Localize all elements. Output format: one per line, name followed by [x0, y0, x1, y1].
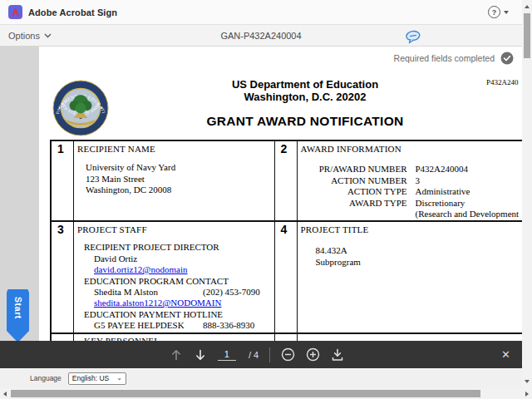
app-header: Adobe Acrobat Sign ?: [0, 0, 522, 25]
vertical-scrollbar-thumb[interactable]: [524, 13, 530, 58]
page-total-label: / 4: [249, 350, 259, 360]
staff-email-link[interactable]: shedita.alston1212@NODOMAIN: [94, 298, 274, 308]
staff-phone: (202) 453-7090: [203, 287, 260, 298]
scroll-right-arrow[interactable]: [522, 388, 532, 399]
table-row: 3 PROJECT STAFF RECIPIENT PROJECT DIRECT…: [52, 222, 522, 334]
language-selected-value: English: US: [72, 374, 109, 382]
field-label: AWARD TYPE: [304, 198, 407, 209]
chevron-down-icon: [504, 11, 509, 14]
staff-group: EDUCATION PAYMENT HOTLINE G5 PAYEE HELPD…: [84, 309, 274, 332]
document-title-text: GRANT AWARD NOTIFICATION: [89, 114, 521, 129]
acrobat-sign-window: Adobe Acrobat Sign ? Options GAN-P432A24…: [0, 0, 532, 399]
horizontal-scrollbar-thumb[interactable]: [11, 390, 480, 397]
start-tab-button[interactable]: Start: [7, 289, 29, 341]
field-label: ACTION NUMBER: [304, 175, 407, 186]
app-title: Adobe Acrobat Sign: [28, 7, 117, 17]
next-page-button[interactable]: [194, 348, 207, 362]
recipient-line: Washington, DC 20008: [86, 185, 274, 195]
staff-group: RECIPIENT PROJECT DIRECTOR David Ortiz d…: [84, 242, 274, 275]
department-address: Washington, D.C. 20202: [89, 91, 521, 103]
staff-group: EDUCATION PROGRAM CONTACT Shedita M Alst…: [84, 276, 274, 309]
zoom-in-button[interactable]: [306, 347, 320, 362]
document-viewport[interactable]: Required fields completed DEPARTMENT OF …: [0, 47, 522, 341]
staff-name: G5 PAYEE HELPDESK: [94, 320, 203, 331]
page-number-input[interactable]: 1: [218, 349, 236, 361]
close-toolbar-button[interactable]: ✕: [501, 341, 510, 368]
box3-title: PROJECT STAFF: [74, 222, 274, 235]
language-label: Language: [30, 374, 62, 382]
box3-number: 3: [52, 222, 74, 332]
staff-email-link[interactable]: obssed1212@NODOMAIN: [94, 332, 274, 332]
table-row: KEY PERSONNEL: [52, 334, 522, 341]
field-value: 3: [416, 175, 421, 186]
box4-title: PROJECT TITLE: [298, 222, 523, 235]
chevron-down-icon: ⌄: [116, 375, 122, 382]
field-value: Administrative: [416, 186, 470, 197]
next-section-title: KEY PERSONNEL: [74, 334, 274, 341]
horizontal-scrollbar[interactable]: [0, 388, 532, 399]
box1-recipient-name: RECIPIENT NAME University of Navy Yard 1…: [74, 141, 275, 220]
staff-heading: EDUCATION PAYMENT HOTLINE: [84, 309, 274, 320]
status-text: Required fields completed: [394, 53, 495, 63]
box4-project-title: PROJECT TITLE 84.432A Subprogram: [298, 222, 523, 332]
box1-title: RECIPIENT NAME: [74, 141, 274, 155]
project-line: 84.432A: [316, 245, 523, 256]
recipient-line: University of Navy Yard: [86, 162, 274, 173]
box2-award-information: AWARD INFORMATION PR/AWARD NUMBERP432A24…: [298, 141, 523, 220]
box1-number: 1: [52, 141, 74, 220]
table-row: 1 RECIPIENT NAME University of Navy Yard…: [52, 141, 522, 222]
previous-page-button[interactable]: [170, 348, 183, 362]
adobe-acrobat-logo-icon: [8, 5, 22, 19]
start-tab-label: Start: [13, 297, 23, 341]
staff-heading: RECIPIENT PROJECT DIRECTOR: [84, 242, 274, 253]
staff-email-link[interactable]: david.ortiz12@nodomain: [94, 264, 274, 275]
project-line: Subprogram: [316, 257, 523, 268]
comment-bubble-icon[interactable]: [405, 30, 421, 47]
field-label: [304, 209, 407, 219]
box3-project-staff: PROJECT STAFF RECIPIENT PROJECT DIRECTOR…: [74, 222, 275, 332]
field-value: P432A240004: [416, 164, 469, 175]
scroll-down-arrow[interactable]: [522, 377, 532, 387]
box2-number: 2: [275, 141, 298, 220]
download-button[interactable]: [331, 348, 344, 362]
box2-title: AWARD INFORMATION: [298, 141, 523, 155]
document-title: GAN-P432A240004: [0, 25, 522, 46]
department-name: US Department of Education: [89, 78, 521, 91]
staff-phone: 888-336-8930: [203, 320, 254, 331]
help-icon[interactable]: ?: [488, 6, 500, 18]
staff-name: Shedita M Alston: [94, 287, 203, 298]
field-label: PR/AWARD NUMBER: [304, 164, 407, 175]
staff-name: David Ortiz: [94, 254, 203, 264]
field-label: ACTION TYPE: [304, 186, 407, 197]
pdf-page: DEPARTMENT OF EDUCATION UNITED STATES OF…: [39, 47, 522, 341]
scroll-up-arrow[interactable]: [522, 2, 532, 12]
recipient-line: 123 Main Street: [86, 174, 274, 185]
check-circle-icon: [500, 52, 514, 65]
vertical-scrollbar[interactable]: [522, 0, 532, 388]
document-heading: US Department of Education Washington, D…: [89, 78, 521, 129]
document-toolbar: Options GAN-P432A240004: [0, 25, 522, 47]
field-value: (Research and Development: [416, 209, 520, 219]
box4-number: 4: [275, 222, 298, 332]
pdf-controls-toolbar: 1 / 4 ✕: [0, 341, 522, 368]
footer-bar: Language English: US ⌄: [0, 368, 522, 388]
staff-heading: EDUCATION PROGRAM CONTACT: [84, 276, 274, 287]
required-fields-status: Required fields completed: [394, 52, 514, 65]
gan-table: 1 RECIPIENT NAME University of Navy Yard…: [50, 140, 522, 341]
zoom-out-button[interactable]: [281, 347, 295, 362]
toolbar-divider: [269, 347, 270, 362]
box5-number: [52, 334, 74, 341]
field-value: Discretionary: [416, 198, 466, 209]
scroll-left-arrow[interactable]: [0, 388, 10, 399]
language-select[interactable]: English: US ⌄: [68, 372, 126, 385]
help-menu[interactable]: ?: [488, 6, 509, 18]
